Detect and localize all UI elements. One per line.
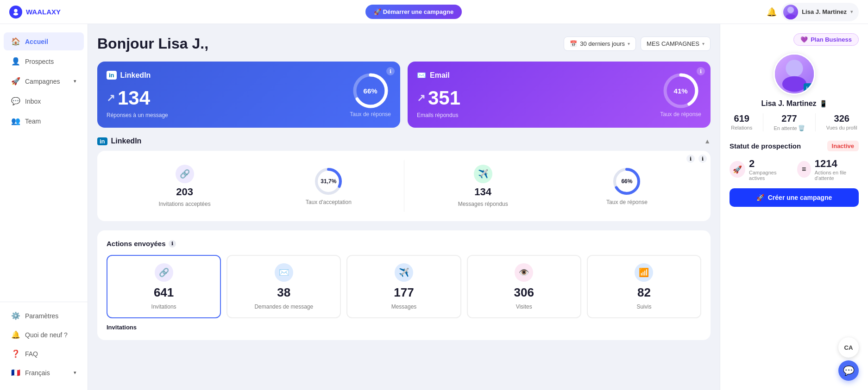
email-card-info-icon[interactable]: ℹ xyxy=(697,67,705,75)
messages-responded-stat: ✈️ 134 Messages répondus xyxy=(458,165,508,207)
create-campaign-button[interactable]: 🚀 Créer une campagne xyxy=(730,188,859,207)
invitations-accepted-stat: 🔗 203 Invitations acceptées xyxy=(159,165,211,207)
linkedin-rate-label: Taux de réponse xyxy=(350,111,391,118)
actions-header: Actions envoyées ℹ xyxy=(107,240,701,248)
language-fab[interactable]: CA xyxy=(838,337,859,358)
user-chevron-icon: ▾ xyxy=(850,9,853,15)
linkedin-collapse-icon[interactable]: ▲ xyxy=(704,137,711,145)
sidebar-item-team[interactable]: 👥 Team xyxy=(4,112,84,130)
invitations-num: 641 xyxy=(154,285,174,300)
language-chevron-icon: ▾ xyxy=(74,370,76,376)
action-card-follows[interactable]: 📶 82 Suivis xyxy=(587,255,701,318)
email-response-count: ↗ 351 xyxy=(417,87,460,109)
home-icon: 🏠 xyxy=(11,37,20,46)
sidebar: 🏠 Accueil 👤 Prospects 🚀 Campagnes ▾ 💬 In… xyxy=(0,24,88,390)
linkedin-stats-right: ✈️ 134 Messages répondus 66% Taux de r xyxy=(404,160,702,212)
visits-icon: 👁️ xyxy=(515,263,533,282)
linkedin-rate-pct: 66% xyxy=(364,87,377,94)
active-campaigns-num: 2 xyxy=(749,158,791,170)
campaign-filter-dropdown[interactable]: MES CAMPAGNES ▾ xyxy=(641,37,711,51)
svg-point-12 xyxy=(786,60,803,77)
sidebar-item-inbox[interactable]: 💬 Inbox xyxy=(4,92,84,110)
sidebar-label-accueil: Accueil xyxy=(25,38,48,45)
acceptance-rate-label: Taux d'acceptation xyxy=(306,199,352,205)
notification-bell-icon[interactable]: 🔔 xyxy=(767,7,777,17)
start-campaign-button[interactable]: 🚀 Démarrer une campagne xyxy=(365,5,462,19)
layout: 🏠 Accueil 👤 Prospects 🚀 Campagnes ▾ 💬 In… xyxy=(0,24,868,390)
profile-avatar: in xyxy=(774,53,815,95)
linkedin-card-right: 66% Taux de réponse xyxy=(350,72,391,118)
email-response-rate-gauge: 41% xyxy=(662,72,699,109)
create-campaign-rocket-icon: 🚀 xyxy=(756,194,764,201)
email-rate-label: Taux de réponse xyxy=(660,111,701,118)
email-card-right: 41% Taux de réponse xyxy=(660,72,701,118)
status-badge: Inactive xyxy=(827,141,859,151)
active-campaigns-label: Campagnes actives xyxy=(749,170,791,181)
action-card-message-requests[interactable]: ✉️ 38 Demandes de message xyxy=(226,255,341,318)
user-badge[interactable]: Lisa J. Martinez ▾ xyxy=(781,3,859,21)
linkedin-num-icon: ↗ xyxy=(107,92,115,104)
send-icon: ✈️ xyxy=(474,165,492,183)
action-card-messages[interactable]: ✈️ 177 Messages xyxy=(346,255,461,318)
calendar-icon: 📅 xyxy=(570,40,577,47)
visits-label: Visites xyxy=(516,303,532,310)
stat-divider-2 xyxy=(815,113,816,131)
queue-actions-stat: ≡ 1214 Actions en file d'attente xyxy=(797,158,859,181)
logo-icon xyxy=(9,6,22,19)
email-card-left: ✉️ Email ↗ 351 Emails répondus xyxy=(417,71,460,118)
linkedin-section-info2-icon[interactable]: ℹ xyxy=(686,155,695,163)
sidebar-label-faq: FAQ xyxy=(25,350,38,358)
linkedin-title-icon: in xyxy=(107,71,117,80)
messages-responded-num: 134 xyxy=(474,186,491,198)
sidebar-item-campagnes[interactable]: 🚀 Campagnes ▾ xyxy=(4,72,84,90)
sidebar-item-prospects[interactable]: 👤 Prospects xyxy=(4,52,84,70)
action-card-visits[interactable]: 👁️ 306 Visites xyxy=(467,255,581,318)
linkedin-section-info-icon[interactable]: ℹ xyxy=(698,155,707,163)
right-panel: 💜 Plan Business in Lisa J. Martinez 📱 61… xyxy=(720,24,868,390)
chat-fab[interactable]: 💬 xyxy=(838,360,859,381)
topbar-center: 🚀 Démarrer une campagne xyxy=(365,5,462,19)
profile-section: in Lisa J. Martinez 📱 619 Relations 277 … xyxy=(730,53,859,131)
message-requests-label: Demandes de message xyxy=(254,303,313,310)
queue-icon: ≡ xyxy=(797,161,811,178)
greeting-title: Bonjour Lisa J., xyxy=(97,35,208,52)
prospection-title: Statut de prospection xyxy=(730,142,801,150)
svg-point-3 xyxy=(786,14,796,19)
trash-icon[interactable]: 🗑️ xyxy=(798,125,805,131)
sidebar-item-language[interactable]: 🇫🇷 Français ▾ xyxy=(4,364,84,382)
acceptance-rate-gauge: 31,7% xyxy=(314,167,343,196)
sidebar-label-quoideneuf: Quoi de neuf ? xyxy=(25,331,68,339)
messages-icon: ✈️ xyxy=(395,263,413,282)
profile-stat-pending: 277 En attente 🗑️ xyxy=(774,113,805,131)
pending-count: 277 xyxy=(781,113,797,124)
actions-bottom-label: Invitations xyxy=(107,324,701,331)
linkedin-stats-card: in LinkedIn ↗ 134 Réponses à un message xyxy=(97,62,400,128)
user-name-label: Lisa J. Martinez xyxy=(802,8,847,15)
message-request-icon: ✉️ xyxy=(275,263,293,282)
date-filter-chevron-icon: ▾ xyxy=(628,41,630,46)
language-fab-label: CA xyxy=(844,344,853,351)
sidebar-label-inbox: Inbox xyxy=(25,98,41,105)
pending-label: En attente 🗑️ xyxy=(774,125,805,131)
actions-info-icon[interactable]: ℹ xyxy=(169,240,176,248)
prospection-section: Statut de prospection Inactive 🚀 2 Campa… xyxy=(730,141,859,207)
team-icon: 👥 xyxy=(11,117,20,125)
profile-name: Lisa J. Martinez 📱 xyxy=(761,99,827,108)
messages-num: 177 xyxy=(394,285,414,300)
stat-divider-1 xyxy=(763,113,763,131)
actions-title: Actions envoyées xyxy=(107,240,166,248)
linkedin-card-info-icon[interactable]: ℹ xyxy=(386,67,395,75)
prospection-stats: 🚀 2 Campagnes actives ≡ 1214 Actions en … xyxy=(730,158,859,181)
avatar xyxy=(783,5,798,19)
date-filter-dropdown[interactable]: 📅 30 derniers jours ▾ xyxy=(564,37,636,51)
header-controls: 📅 30 derniers jours ▾ MES CAMPAGNES ▾ xyxy=(564,37,711,51)
sidebar-item-accueil[interactable]: 🏠 Accueil xyxy=(4,32,84,50)
email-stats-card: ✉️ Email ↗ 351 Emails répondus xyxy=(408,62,711,128)
action-card-invitations[interactable]: 🔗 641 Invitations xyxy=(107,255,221,318)
sidebar-item-quoideneuf[interactable]: 🔔 Quoi de neuf ? xyxy=(4,326,84,344)
sidebar-item-faq[interactable]: ❓ FAQ xyxy=(4,345,84,363)
queue-actions-info: 1214 Actions en file d'attente xyxy=(815,158,859,181)
date-filter-label: 30 derniers jours xyxy=(580,40,625,47)
profile-name-icon: 📱 xyxy=(819,100,827,107)
sidebar-item-parametres[interactable]: ⚙️ Paramètres xyxy=(4,307,84,325)
